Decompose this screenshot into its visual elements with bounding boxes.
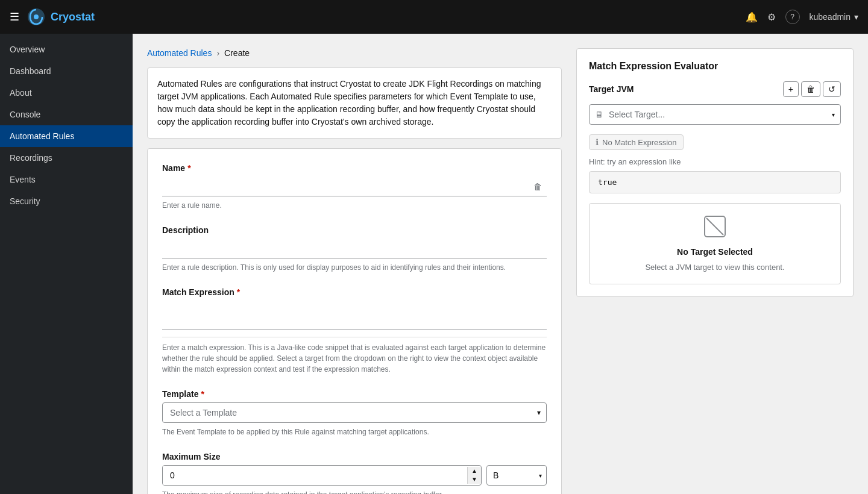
max-size-unit-wrapper: B KB MB GB ▾: [486, 465, 547, 486]
target-select-server-icon: 🖥: [595, 110, 603, 119]
no-target-svg-icon: [704, 216, 726, 237]
match-expression-label: Match Expression *: [162, 287, 547, 297]
max-size-decrement[interactable]: ▼: [468, 475, 481, 484]
description-input[interactable]: [162, 239, 547, 258]
sidebar-item-label: Overview: [10, 45, 45, 54]
match-expression-divider: [162, 337, 547, 337]
template-label: Template *: [162, 389, 547, 399]
sidebar-item-label: Recordings: [10, 153, 52, 163]
no-target-title: No Target Selected: [677, 247, 753, 257]
name-group: Name * 🗑 Enter a rule name.: [162, 163, 547, 211]
target-select-wrapper: 🖥 Select Target... ▾: [589, 104, 841, 125]
sidebar-item-label: Security: [10, 196, 40, 206]
target-jvm-label: Target JVM: [589, 84, 634, 94]
sidebar-item-events[interactable]: Events: [0, 169, 133, 190]
description-group: Description Enter a rule description. Th…: [162, 225, 547, 273]
no-target-subtitle: Select a JVM target to view this content…: [645, 263, 784, 272]
eval-card: Match Expression Evaluator Target JVM + …: [576, 48, 854, 297]
name-input[interactable]: [162, 177, 547, 196]
info-icon: ℹ: [596, 137, 599, 147]
sidebar-item-label: Dashboard: [10, 66, 51, 76]
match-expression-helper: Enter a match expression. This is a Java…: [162, 342, 547, 375]
sidebar-item-label: About: [10, 88, 32, 98]
name-required-star: *: [187, 163, 190, 173]
target-refresh-button[interactable]: ↺: [823, 81, 841, 97]
sidebar-item-label: Automated Rules: [10, 131, 74, 141]
app-name: Cryostat: [51, 11, 95, 23]
right-panel: Match Expression Evaluator Target JVM + …: [576, 48, 854, 494]
sidebar-item-dashboard[interactable]: Dashboard: [0, 60, 133, 82]
breadcrumb-current: Create: [224, 48, 250, 58]
description-helper: Enter a rule description. This is only u…: [162, 262, 547, 273]
breadcrumb-separator: ›: [216, 48, 219, 58]
sidebar: Overview Dashboard About Console Automat…: [0, 34, 133, 494]
hamburger-button[interactable]: ☰: [10, 10, 19, 23]
app-logo: Cryostat: [27, 7, 95, 27]
no-match-badge: ℹ No Match Expression: [589, 134, 684, 150]
max-size-helper: The maximum size of recording data retai…: [162, 489, 547, 494]
sidebar-item-label: Console: [10, 110, 40, 119]
sidebar-item-about[interactable]: About: [0, 82, 133, 104]
page-description: Automated Rules are configurations that …: [147, 67, 562, 139]
max-size-input-group: 0 ▲ ▼ B KB MB GB ▾: [162, 465, 547, 486]
plus-icon: +: [788, 84, 793, 94]
breadcrumb-parent[interactable]: Automated Rules: [147, 48, 212, 58]
hint-code: true: [589, 171, 841, 193]
sidebar-item-overview[interactable]: Overview: [0, 39, 133, 60]
form-card: Name * 🗑 Enter a rule name. Description …: [147, 148, 562, 494]
user-dropdown-icon: ▾: [854, 12, 858, 22]
sidebar-item-security[interactable]: Security: [0, 190, 133, 212]
max-size-input-wrapper: 0 ▲ ▼: [162, 465, 482, 486]
logo-icon: [27, 7, 46, 27]
no-target-icon: [704, 216, 726, 241]
breadcrumb: Automated Rules › Create: [147, 48, 562, 58]
svg-line-3: [706, 218, 723, 235]
topnav: ☰ Cryostat 🔔 ⚙ ? kubeadmin ▾: [0, 0, 868, 34]
eval-title: Match Expression Evaluator: [589, 61, 841, 72]
sidebar-item-console[interactable]: Console: [0, 104, 133, 125]
form-section: Automated Rules › Create Automated Rules…: [147, 48, 562, 494]
template-group: Template * Select a Template ▾ The Event…: [162, 389, 547, 437]
user-label: kubeadmin: [810, 12, 851, 22]
target-select[interactable]: Select Target...: [589, 104, 841, 125]
max-size-spinners: ▲ ▼: [467, 467, 481, 484]
topnav-icons: 🔔 ⚙ ? kubeadmin ▾: [746, 10, 859, 24]
sidebar-item-label: Events: [10, 175, 36, 184]
target-jvm-row: Target JVM + 🗑 ↺: [589, 81, 841, 97]
svg-point-1: [34, 14, 39, 19]
max-size-increment[interactable]: ▲: [468, 467, 481, 475]
main-wrapper: Automated Rules › Create Automated Rules…: [133, 34, 868, 494]
user-menu[interactable]: kubeadmin ▾: [810, 12, 859, 22]
match-expression-input[interactable]: [162, 301, 547, 330]
name-helper: Enter a rule name.: [162, 200, 547, 211]
max-size-label: Maximum Size: [162, 452, 547, 461]
name-input-wrapper: 🗑: [162, 177, 547, 196]
match-expression-group: Match Expression * Enter a match express…: [162, 287, 547, 375]
settings-button[interactable]: ⚙: [767, 11, 776, 23]
max-size-input[interactable]: 0: [163, 466, 467, 485]
max-size-group: Maximum Size 0 ▲ ▼ B KB MB: [162, 452, 547, 494]
template-select[interactable]: Select a Template: [162, 402, 547, 423]
trash-icon: 🗑: [807, 84, 815, 94]
target-add-button[interactable]: +: [783, 81, 799, 97]
sidebar-item-recordings[interactable]: Recordings: [0, 147, 133, 169]
name-clear-icon[interactable]: 🗑: [533, 182, 542, 192]
max-size-unit-select[interactable]: B KB MB GB: [486, 465, 547, 486]
target-delete-button[interactable]: 🗑: [801, 81, 820, 97]
no-target-section: No Target Selected Select a JVM target t…: [589, 203, 841, 284]
description-label: Description: [162, 225, 547, 235]
refresh-icon: ↺: [828, 84, 835, 94]
hint-text: Hint: try an expression like: [589, 157, 841, 166]
match-expression-required-star: *: [237, 287, 240, 297]
help-button[interactable]: ?: [785, 10, 800, 24]
sidebar-item-automated-rules[interactable]: Automated Rules: [0, 125, 133, 147]
name-label: Name *: [162, 163, 547, 173]
target-jvm-actions: + 🗑 ↺: [783, 81, 841, 97]
no-match-label: No Match Expression: [602, 138, 677, 147]
template-helper: The Event Template to be applied by this…: [162, 427, 547, 437]
notifications-button[interactable]: 🔔: [746, 11, 758, 23]
template-select-wrapper: Select a Template ▾: [162, 402, 547, 423]
template-required-star: *: [201, 389, 204, 399]
